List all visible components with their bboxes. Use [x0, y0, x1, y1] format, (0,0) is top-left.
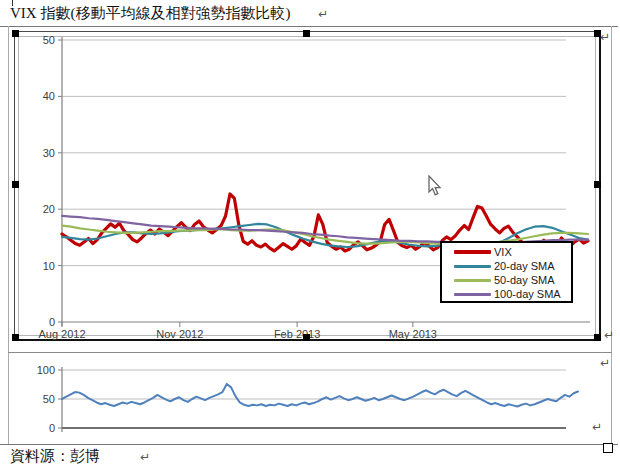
legend-label: VIX	[494, 247, 512, 258]
legend-item: 50-day SMA	[442, 273, 571, 287]
selection-handle-bottom-right[interactable]	[594, 334, 601, 341]
selection-handle-top-right[interactable]	[594, 30, 601, 37]
y-tick-label: 50	[43, 34, 55, 46]
selection-handle-top-center[interactable]	[303, 30, 310, 37]
charts-canvas: 01020304050Aug 2012Nov 2012Feb 2013May 2…	[0, 0, 620, 473]
x-tick-label: Feb 2013	[274, 328, 320, 340]
x-tick-label: May 2013	[389, 328, 437, 340]
y-tick-label: 40	[43, 90, 55, 102]
legend-swatch-line	[454, 279, 491, 282]
y-tick-label: 0	[49, 316, 55, 328]
legend-item: VIX	[442, 245, 571, 259]
chart-legend[interactable]: VIX20-day SMA50-day SMA100-day SMA	[440, 241, 573, 303]
selection-handle-mid-right[interactable]	[594, 181, 601, 188]
legend-swatch-line	[454, 265, 491, 268]
legend-swatch-line	[454, 293, 491, 296]
y-tick-label: 100	[37, 364, 55, 376]
legend-item: 100-day SMA	[442, 287, 571, 301]
x-tick-label: Aug 2012	[38, 328, 85, 340]
selection-handle-top-left[interactable]	[12, 30, 19, 37]
legend-swatch-line	[454, 250, 491, 254]
document-page: VIX 指數(移動平均線及相對強勢指數比較) ↵ 01020304050Aug …	[0, 0, 620, 473]
legend-item: 20-day SMA	[442, 259, 571, 273]
y-tick-label: 30	[43, 147, 55, 159]
legend-label: 100-day SMA	[494, 289, 561, 300]
y-tick-label: 20	[43, 203, 55, 215]
legend-label: 50-day SMA	[494, 275, 555, 286]
legend-label: 20-day SMA	[494, 261, 555, 272]
y-tick-label: 10	[43, 260, 55, 272]
series-line	[62, 384, 578, 407]
mouse-cursor-icon	[428, 175, 444, 197]
selection-handle-bottom-left[interactable]	[12, 334, 19, 341]
x-tick-label: Nov 2012	[156, 328, 203, 340]
y-tick-label: 0	[49, 422, 55, 434]
selection-handle-mid-left[interactable]	[12, 181, 19, 188]
y-tick-label: 50	[43, 393, 55, 405]
selection-handle-bottom-center[interactable]	[303, 334, 310, 341]
